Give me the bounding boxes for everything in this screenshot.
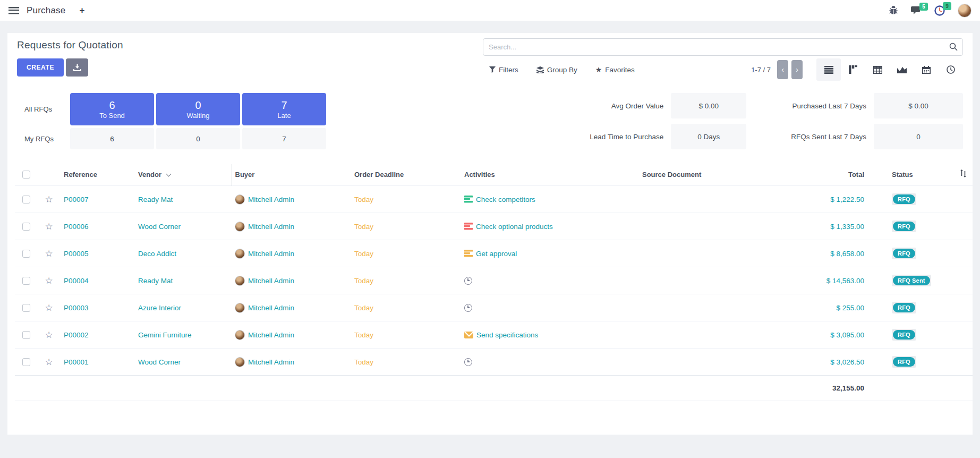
- my-late-card[interactable]: 7: [242, 128, 326, 149]
- pager-next-button[interactable]: ›: [791, 60, 803, 79]
- table-row[interactable]: ☆ P00007 Ready Mat Mitchell Admin Today …: [15, 186, 973, 213]
- favorite-star-icon[interactable]: ☆: [45, 249, 53, 259]
- row-checkbox[interactable]: [22, 331, 30, 339]
- reference-link[interactable]: P00003: [64, 304, 89, 312]
- favorite-star-icon[interactable]: ☆: [45, 303, 53, 313]
- table-row[interactable]: ☆ P00003 Azure Interior Mitchell Admin T…: [15, 294, 973, 321]
- row-checkbox[interactable]: [22, 196, 30, 203]
- buyer-name[interactable]: Mitchell Admin: [248, 250, 294, 258]
- activity-tasks-icon[interactable]: [464, 196, 473, 203]
- reference-link[interactable]: P00002: [64, 331, 89, 339]
- group-by-button[interactable]: Group By: [536, 66, 577, 74]
- header-total[interactable]: Total: [774, 164, 867, 186]
- search-input[interactable]: [483, 38, 963, 56]
- row-checkbox[interactable]: [22, 223, 30, 231]
- buyer-name[interactable]: Mitchell Admin: [248, 304, 294, 312]
- table-row[interactable]: ☆ P00005 Deco Addict Mitchell Admin Toda…: [15, 240, 973, 267]
- favorite-star-icon[interactable]: ☆: [45, 276, 53, 286]
- my-to-send-card[interactable]: 6: [70, 128, 154, 149]
- row-checkbox[interactable]: [22, 250, 30, 258]
- vendor-link[interactable]: Wood Corner: [138, 358, 181, 366]
- menu-toggle-icon[interactable]: [8, 7, 19, 14]
- activity-view-button[interactable]: [939, 58, 963, 81]
- vendor-link[interactable]: Deco Addict: [138, 250, 176, 258]
- search-icon[interactable]: [949, 43, 958, 51]
- reference-link[interactable]: P00006: [64, 223, 89, 231]
- activities-clock-icon[interactable]: 9: [934, 5, 945, 16]
- list-view-button[interactable]: [816, 58, 841, 81]
- rfq-metrics: Avg Order Value $ 0.00 Purchased Last 7 …: [590, 93, 963, 149]
- debug-bug-icon[interactable]: [889, 6, 898, 15]
- buyer-avatar: [235, 357, 245, 367]
- header-order-deadline[interactable]: Order Deadline: [351, 164, 461, 186]
- new-tab-button[interactable]: +: [79, 5, 84, 16]
- activity-label[interactable]: Get approval: [476, 250, 517, 258]
- vendor-link[interactable]: Azure Interior: [138, 304, 181, 312]
- late-card[interactable]: 7 Late: [242, 93, 326, 125]
- activity-label[interactable]: Check optional products: [476, 223, 553, 231]
- activity-tasks-icon[interactable]: [464, 223, 473, 230]
- vendor-link[interactable]: Gemini Furniture: [138, 331, 192, 339]
- favorite-star-icon[interactable]: ☆: [45, 357, 53, 367]
- activity-label[interactable]: Send specifications: [476, 331, 538, 339]
- table-row[interactable]: ☆ P00006 Wood Corner Mitchell Admin Toda…: [15, 213, 973, 240]
- create-button[interactable]: CREATE: [17, 58, 64, 77]
- activity-clock-icon[interactable]: [464, 277, 472, 285]
- filters-button[interactable]: Filters: [489, 66, 518, 74]
- to-send-count: 6: [109, 99, 115, 112]
- table-row[interactable]: ☆ P00004 Ready Mat Mitchell Admin Today …: [15, 267, 973, 294]
- app-name[interactable]: Purchase: [27, 5, 65, 16]
- favorite-star-icon[interactable]: ☆: [45, 222, 53, 232]
- user-avatar[interactable]: [958, 4, 972, 18]
- reference-link[interactable]: P00007: [64, 196, 89, 203]
- source-document: [639, 186, 774, 213]
- vendor-link[interactable]: Wood Corner: [138, 223, 181, 231]
- reference-link[interactable]: P00004: [64, 277, 89, 285]
- buyer-name[interactable]: Mitchell Admin: [248, 358, 294, 366]
- late-caption: Late: [277, 112, 291, 120]
- favorite-star-icon[interactable]: ☆: [45, 330, 53, 340]
- buyer-name[interactable]: Mitchell Admin: [248, 331, 294, 339]
- my-waiting-card[interactable]: 0: [156, 128, 240, 149]
- row-checkbox[interactable]: [22, 277, 30, 285]
- header-source-document[interactable]: Source Document: [639, 164, 774, 186]
- table-row[interactable]: ☆ P00001 Wood Corner Mitchell Admin Toda…: [15, 349, 973, 376]
- to-send-card[interactable]: 6 To Send: [70, 93, 154, 125]
- vendor-link[interactable]: Ready Mat: [138, 277, 173, 285]
- favorites-button[interactable]: ★ Favorites: [595, 65, 635, 74]
- calendar-view-icon: [922, 66, 931, 74]
- waiting-card[interactable]: 0 Waiting: [156, 93, 240, 125]
- activity-clock-icon[interactable]: [464, 358, 472, 366]
- optional-columns-button[interactable]: [950, 164, 973, 186]
- header-buyer[interactable]: Buyer: [232, 164, 351, 186]
- reference-link[interactable]: P00005: [64, 250, 89, 258]
- select-all-checkbox[interactable]: [22, 171, 30, 179]
- calendar-view-button[interactable]: [914, 58, 939, 81]
- kanban-view-button[interactable]: [841, 58, 865, 81]
- activity-envelope-icon[interactable]: [464, 332, 473, 338]
- row-checkbox[interactable]: [22, 304, 30, 312]
- row-checkbox[interactable]: [22, 358, 30, 366]
- header-reference[interactable]: Reference: [61, 164, 135, 186]
- buyer-name[interactable]: Mitchell Admin: [248, 277, 294, 285]
- reference-link[interactable]: P00001: [64, 358, 89, 366]
- graph-view-button[interactable]: [890, 58, 914, 81]
- view-switcher: [816, 58, 963, 81]
- vendor-link[interactable]: Ready Mat: [138, 196, 173, 203]
- activity-clock-icon[interactable]: [464, 304, 472, 312]
- header-status[interactable]: Status: [889, 164, 950, 186]
- buyer-avatar: [235, 194, 245, 205]
- favorite-star-icon[interactable]: ☆: [45, 194, 53, 205]
- activity-label[interactable]: Check competitors: [476, 196, 535, 203]
- pivot-view-button[interactable]: [865, 58, 890, 81]
- activity-tasks-icon[interactable]: [464, 250, 473, 257]
- header-activities[interactable]: Activities: [461, 164, 639, 186]
- buyer-name[interactable]: Mitchell Admin: [248, 196, 294, 203]
- export-button[interactable]: [66, 58, 88, 77]
- header-vendor[interactable]: Vendor: [135, 164, 232, 186]
- buyer-name[interactable]: Mitchell Admin: [248, 223, 294, 231]
- status-badge: RFQ: [892, 193, 916, 205]
- table-row[interactable]: ☆ P00002 Gemini Furniture Mitchell Admin…: [15, 321, 973, 349]
- messages-icon[interactable]: 5: [911, 6, 922, 15]
- pager-previous-button[interactable]: ‹: [777, 60, 788, 79]
